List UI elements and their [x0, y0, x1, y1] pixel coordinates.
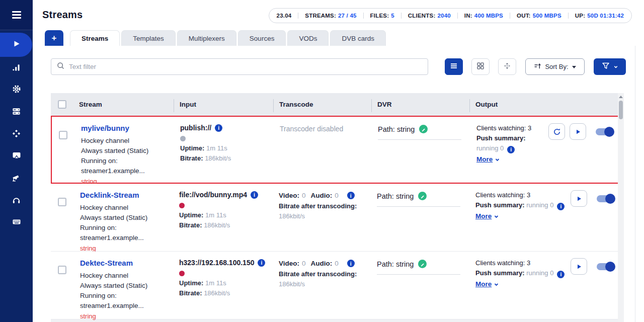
stream-name-link[interactable]: mylive/bunny — [81, 124, 129, 132]
filter-chevron-icon — [613, 62, 618, 71]
info-icon[interactable] — [557, 203, 565, 210]
stream-running-on: Running on: streamer1.example... — [80, 223, 170, 243]
more-link[interactable]: More — [475, 211, 499, 221]
row-checkbox[interactable] — [58, 266, 66, 274]
push-summary: Push summary: running 0 — [476, 133, 548, 153]
stream-name-link[interactable]: Decklink-Stream — [80, 191, 139, 199]
more-link[interactable]: More — [475, 279, 499, 289]
stream-start-mode: Always started (Static) — [81, 146, 171, 156]
scrollbar-thumb[interactable] — [619, 101, 623, 119]
info-icon[interactable] — [347, 192, 355, 199]
grid-view-button[interactable] — [471, 58, 490, 75]
table-scrollbar[interactable] — [618, 93, 624, 322]
edit-dvr-icon[interactable] — [419, 125, 428, 133]
stream-enabled-toggle[interactable] — [597, 263, 614, 270]
input-url: file://vod/bunny.mp4 — [179, 191, 247, 199]
stream-tag: string — [80, 312, 170, 320]
push-summary: Push summary: running 0 — [475, 200, 571, 210]
stream-name-link[interactable]: Dektec-Stream — [80, 259, 133, 267]
play-icon — [11, 39, 21, 51]
input-url: h323://192.168.100.150 — [179, 259, 254, 267]
search-box — [51, 58, 428, 75]
sidebar-item-support[interactable] — [0, 190, 33, 212]
restart-stream-button[interactable] — [548, 123, 565, 140]
transcode-av-line: Video:0Audio:0 — [279, 260, 367, 267]
uptime-value: 1m 11s — [205, 211, 226, 219]
stream-start-mode: Always started (Static) — [80, 281, 170, 291]
sidebar — [0, 0, 33, 322]
tab-sources[interactable]: Sources — [238, 30, 286, 46]
server-stats-bar: 23.04 STREAMS:27 / 45 FILES:5 CLIENTS:20… — [269, 8, 632, 23]
sort-icon — [534, 62, 541, 71]
sidebar-item-keyboard[interactable] — [0, 212, 33, 234]
more-link[interactable]: More — [476, 154, 500, 165]
gear-icon — [12, 84, 22, 96]
split-view-icon — [503, 62, 511, 72]
list-view-icon — [450, 62, 458, 72]
row-checkbox[interactable] — [59, 131, 67, 139]
card-right-edge — [635, 46, 635, 322]
stream-running-on: Running on: streamer1.example... — [81, 156, 171, 176]
info-icon[interactable] — [215, 124, 222, 132]
edit-dvr-icon[interactable] — [418, 192, 427, 200]
bitrate-value: 186kbit/s — [205, 154, 231, 162]
info-icon[interactable] — [258, 259, 265, 267]
transcode-av-line: Video:0Audio:0 — [279, 192, 367, 199]
row-checkbox[interactable] — [58, 198, 66, 206]
stream-running-on: Running on: streamer1.example... — [80, 291, 170, 311]
input-status-dot — [179, 203, 185, 208]
tab-vods[interactable]: VODs — [287, 30, 329, 46]
tab-streams[interactable]: Streams — [70, 30, 120, 46]
split-view-button[interactable] — [498, 58, 516, 75]
sidebar-menu-toggle[interactable] — [0, 0, 33, 30]
input-url: publish:// — [180, 124, 211, 132]
cast-screen-icon — [12, 150, 22, 163]
stream-enabled-toggle[interactable] — [597, 195, 614, 202]
list-view-button[interactable] — [445, 58, 463, 75]
uptime-label: Uptime: — [180, 144, 204, 152]
filter-button[interactable] — [594, 58, 626, 75]
sidebar-item-servers[interactable] — [0, 101, 33, 123]
column-header-output: Output — [469, 101, 618, 108]
hamburger-icon — [12, 11, 21, 18]
sidebar-item-streams[interactable] — [0, 33, 32, 57]
column-header-input: Input — [174, 101, 273, 108]
cctv-camera-icon — [12, 173, 21, 185]
stat-out: OUT:500 MBPS — [510, 13, 568, 19]
scrollbar-up-arrow[interactable] — [619, 96, 623, 98]
play-stream-button[interactable] — [571, 258, 587, 275]
info-icon[interactable] — [347, 260, 355, 267]
tab-multiplexers[interactable]: Multiplexers — [177, 30, 236, 46]
info-icon[interactable] — [251, 191, 258, 199]
clients-watching: Clients watching: 3 — [475, 258, 571, 268]
info-icon[interactable] — [507, 146, 515, 153]
sidebar-item-cluster[interactable] — [0, 123, 33, 145]
uptime-value: 1m 11s — [206, 144, 227, 152]
stream-enabled-toggle[interactable] — [596, 128, 613, 135]
tab-templates[interactable]: Templates — [121, 30, 176, 46]
bitrate-after-value: 186kbit/s — [279, 212, 305, 220]
stream-description: Hockey channel — [80, 271, 170, 281]
bitrate-label: Bitrate: — [180, 154, 203, 162]
sort-by-dropdown[interactable]: Sort By: — [525, 58, 585, 75]
table-row: Decklink-Stream Hockey channel Always st… — [51, 184, 624, 252]
play-stream-button[interactable] — [570, 123, 586, 140]
clients-watching: Clients watching: 3 — [476, 123, 548, 133]
info-icon[interactable] — [557, 271, 565, 278]
select-all-checkbox[interactable] — [58, 100, 66, 109]
add-stream-button[interactable]: + — [45, 30, 63, 46]
play-stream-button[interactable] — [571, 190, 587, 207]
sidebar-item-cameras[interactable] — [0, 168, 33, 190]
stat-files: FILES:5 — [363, 13, 401, 19]
search-input[interactable] — [69, 63, 423, 70]
cluster-diamonds-icon — [12, 129, 21, 140]
stat-version: 23.04 — [270, 13, 298, 19]
tab-dvb-cards[interactable]: DVB cards — [330, 30, 386, 46]
bar-chart-icon — [12, 62, 21, 74]
sidebar-item-settings[interactable] — [0, 79, 33, 101]
sidebar-item-cast[interactable] — [0, 145, 33, 168]
sidebar-item-statistics[interactable] — [0, 57, 33, 79]
edit-dvr-icon[interactable] — [418, 260, 427, 268]
dvr-divider — [377, 274, 460, 275]
bitrate-after-label: Bitrate after transcoding: — [279, 202, 357, 210]
